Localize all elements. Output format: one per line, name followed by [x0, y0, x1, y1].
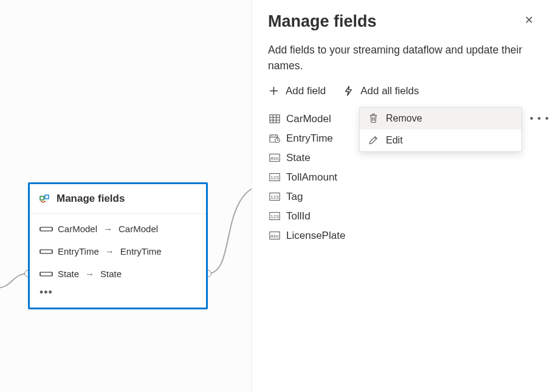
mapping-from: CarModel	[58, 224, 97, 234]
field-context-menu: Remove Edit	[359, 107, 522, 152]
pencil-icon	[368, 135, 379, 145]
number-type-icon: 123	[269, 192, 280, 201]
number-type-icon: 123	[269, 211, 280, 221]
trash-icon	[368, 113, 379, 123]
close-icon[interactable]: ✕	[521, 11, 537, 29]
svg-rect-2	[40, 227, 52, 231]
field-name: State	[286, 152, 311, 164]
add-all-fields-button[interactable]: Add all fields	[343, 85, 419, 97]
field-item-carmodel[interactable]: CarModel • • • Remove	[268, 111, 537, 128]
field-item-tag[interactable]: 123 Tag	[268, 188, 537, 205]
mapping-to: EntryTime	[120, 246, 162, 256]
menu-item-label: Remove	[386, 113, 422, 124]
connector-right	[204, 182, 252, 280]
add-all-fields-label: Add all fields	[360, 85, 419, 97]
field-name: CarModel	[286, 113, 331, 125]
field-item-state[interactable]: Abc State	[268, 150, 537, 167]
datetime-type-icon	[269, 134, 280, 143]
field-list: CarModel • • • Remove	[268, 111, 537, 244]
svg-rect-1	[45, 195, 49, 199]
svg-text:Abc: Abc	[270, 156, 279, 161]
menu-item-edit[interactable]: Edit	[360, 129, 521, 151]
panel-header: Manage fields ✕	[268, 11, 537, 37]
manage-fields-panel: Manage fields ✕ Add fields to your strea…	[252, 0, 553, 392]
arrow-icon: →	[103, 224, 112, 234]
diagram-canvas[interactable]: Manage fields CarModel → CarModel	[0, 0, 252, 392]
svg-rect-13	[270, 115, 280, 123]
svg-rect-0	[40, 196, 44, 200]
svg-rect-8	[40, 272, 52, 276]
field-name: EntryTime	[286, 132, 333, 145]
node-title: Manage fields	[57, 193, 125, 205]
column-icon	[40, 248, 53, 255]
plus-icon	[268, 85, 280, 97]
manage-fields-node[interactable]: Manage fields CarModel → CarModel	[28, 182, 208, 309]
field-name: TollId	[286, 210, 311, 222]
app-root: Manage fields CarModel → CarModel	[0, 0, 553, 392]
panel-actions: Add field Add all fields	[268, 85, 537, 97]
number-type-icon: 123	[269, 173, 280, 182]
mapping-row[interactable]: CarModel → CarModel	[30, 218, 206, 240]
svg-rect-5	[40, 250, 52, 253]
mapping-row[interactable]: State → State	[30, 263, 206, 285]
menu-item-remove[interactable]: Remove	[360, 108, 521, 129]
manage-fields-icon	[40, 194, 49, 204]
svg-text:123: 123	[270, 194, 279, 200]
panel-description: Add fields to your streaming dataflow an…	[268, 42, 537, 74]
mapping-row[interactable]: EntryTime → EntryTime	[30, 240, 206, 263]
more-mappings-indicator[interactable]: •••	[30, 285, 206, 304]
column-icon	[40, 270, 53, 278]
svg-text:123: 123	[270, 214, 279, 219]
field-item-licenseplate[interactable]: Abc LicensePlate	[268, 227, 537, 244]
more-icon[interactable]: • • •	[530, 116, 549, 122]
add-field-label: Add field	[286, 85, 326, 97]
svg-text:Abc: Abc	[270, 233, 279, 239]
field-item-tollid[interactable]: 123 TollId	[268, 208, 537, 225]
menu-item-label: Edit	[386, 135, 403, 146]
column-icon	[40, 225, 53, 233]
mapping-from: EntryTime	[58, 246, 99, 256]
arrow-icon: →	[85, 269, 94, 279]
lightning-icon	[343, 85, 354, 97]
table-type-icon	[269, 114, 280, 123]
field-item-tollamount[interactable]: 123 TollAmount	[268, 169, 537, 186]
arrow-icon: →	[105, 246, 114, 256]
node-header: Manage fields	[30, 184, 206, 214]
node-body: CarModel → CarModel EntryTime → EntryTim…	[30, 214, 206, 308]
text-type-icon: Abc	[269, 231, 280, 240]
mapping-from: State	[58, 269, 79, 279]
text-type-icon: Abc	[269, 153, 280, 162]
field-name: LicensePlate	[286, 230, 345, 242]
field-name: Tag	[286, 191, 303, 203]
add-field-button[interactable]: Add field	[268, 85, 326, 97]
field-name: TollAmount	[286, 171, 337, 184]
mapping-to: State	[100, 269, 122, 279]
mapping-to: CarModel	[118, 224, 158, 234]
panel-title: Manage fields	[268, 12, 377, 31]
svg-text:123: 123	[270, 175, 279, 181]
